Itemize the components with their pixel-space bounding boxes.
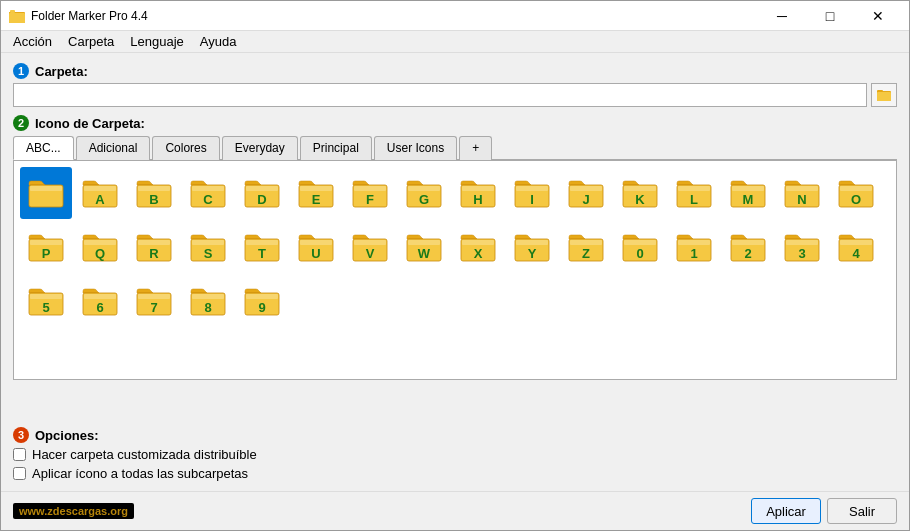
svg-text:7: 7 bbox=[150, 300, 157, 315]
folder-icon-item[interactable]: 6 bbox=[74, 275, 126, 327]
folder-icon-svg: W bbox=[405, 231, 443, 263]
svg-text:I: I bbox=[530, 192, 534, 207]
svg-rect-10 bbox=[84, 186, 116, 191]
folder-icon-item[interactable]: Z bbox=[560, 221, 612, 273]
folder-icon-item[interactable]: H bbox=[452, 167, 504, 219]
folder-icon-item[interactable]: R bbox=[128, 221, 180, 273]
folder-icon-item[interactable]: D bbox=[236, 167, 288, 219]
checkbox-distributable[interactable] bbox=[13, 448, 26, 461]
folder-icon-item[interactable]: 8 bbox=[182, 275, 234, 327]
folder-icon-item[interactable]: M bbox=[722, 167, 774, 219]
svg-rect-34 bbox=[516, 186, 548, 191]
folder-icon-item[interactable]: F bbox=[344, 167, 396, 219]
svg-rect-79 bbox=[462, 240, 494, 245]
folder-icon-svg: S bbox=[189, 231, 227, 263]
folder-icon-item[interactable]: U bbox=[290, 221, 342, 273]
folder-browse-button[interactable] bbox=[871, 83, 897, 107]
svg-text:D: D bbox=[257, 192, 266, 207]
svg-rect-109 bbox=[138, 294, 170, 299]
svg-text:O: O bbox=[851, 192, 861, 207]
folder-icon-item[interactable]: B bbox=[128, 167, 180, 219]
folder-icon-svg: 8 bbox=[189, 285, 227, 317]
folder-icon-item[interactable]: 9 bbox=[236, 275, 288, 327]
app-icon bbox=[9, 8, 25, 24]
svg-rect-85 bbox=[570, 240, 602, 245]
folder-icon-svg: E bbox=[297, 177, 335, 209]
menu-ayuda[interactable]: Ayuda bbox=[192, 32, 245, 51]
svg-text:S: S bbox=[204, 246, 213, 261]
svg-rect-88 bbox=[624, 240, 656, 245]
tab-abc[interactable]: ABC... bbox=[13, 136, 74, 160]
folder-icon-item[interactable]: Y bbox=[506, 221, 558, 273]
folder-icon-item[interactable]: W bbox=[398, 221, 450, 273]
maximize-button[interactable]: □ bbox=[807, 1, 853, 31]
folder-icon-svg: K bbox=[621, 177, 659, 209]
folder-icon-item[interactable]: I bbox=[506, 167, 558, 219]
apply-button[interactable]: Aplicar bbox=[751, 498, 821, 524]
folder-icon-item[interactable]: O bbox=[830, 167, 882, 219]
folder-icon-item[interactable]: 3 bbox=[776, 221, 828, 273]
folder-path-input[interactable] bbox=[13, 83, 867, 107]
title-bar: Folder Marker Pro 4.4 ─ □ ✕ bbox=[1, 1, 909, 31]
folder-icon-item[interactable]: 1 bbox=[668, 221, 720, 273]
folder-icon-svg: U bbox=[297, 231, 335, 263]
svg-text:Z: Z bbox=[582, 246, 590, 261]
menu-carpeta[interactable]: Carpeta bbox=[60, 32, 122, 51]
tab-colores[interactable]: Colores bbox=[152, 136, 219, 160]
checkbox-subcarpetas[interactable] bbox=[13, 467, 26, 480]
svg-text:X: X bbox=[474, 246, 483, 261]
svg-text:0: 0 bbox=[636, 246, 643, 261]
folder-input-row bbox=[13, 83, 897, 107]
folder-icon-item[interactable]: S bbox=[182, 221, 234, 273]
tab-everyday[interactable]: Everyday bbox=[222, 136, 298, 160]
folder-icon-item[interactable]: Q bbox=[74, 221, 126, 273]
folder-icon-item[interactable]: T bbox=[236, 221, 288, 273]
close-button[interactable]: ✕ bbox=[855, 1, 901, 31]
folder-icon-svg: N bbox=[783, 177, 821, 209]
folder-icon-item[interactable]: X bbox=[452, 221, 504, 273]
svg-rect-49 bbox=[786, 186, 818, 191]
tab-user-icons[interactable]: User Icons bbox=[374, 136, 457, 160]
folder-icon-item[interactable]: A bbox=[74, 167, 126, 219]
folder-icon-item[interactable]: N bbox=[776, 167, 828, 219]
folder-icon-item[interactable]: J bbox=[560, 167, 612, 219]
folder-icon-svg: J bbox=[567, 177, 605, 209]
folder-icon-item[interactable]: L bbox=[668, 167, 720, 219]
svg-rect-61 bbox=[138, 240, 170, 245]
svg-text:H: H bbox=[473, 192, 482, 207]
folder-icon-item[interactable]: V bbox=[344, 221, 396, 273]
svg-text:U: U bbox=[311, 246, 320, 261]
watermark: www.zdescargas.org bbox=[13, 503, 134, 519]
menu-accion[interactable]: Acción bbox=[5, 32, 60, 51]
folder-icon-item[interactable]: 5 bbox=[20, 275, 72, 327]
icon-section: 2 Icono de Carpeta: ABC... Adicional Col… bbox=[13, 115, 897, 419]
svg-text:K: K bbox=[635, 192, 645, 207]
folder-icon-item[interactable]: E bbox=[290, 167, 342, 219]
folder-icon-item[interactable]: K bbox=[614, 167, 666, 219]
tab-adicional[interactable]: Adicional bbox=[76, 136, 151, 160]
folder-icon-item[interactable]: C bbox=[182, 167, 234, 219]
svg-text:G: G bbox=[419, 192, 429, 207]
tab-add[interactable]: + bbox=[459, 136, 492, 160]
folder-icon-svg: X bbox=[459, 231, 497, 263]
folder-icon-svg: H bbox=[459, 177, 497, 209]
svg-text:A: A bbox=[95, 192, 105, 207]
icon-section-title: Icono de Carpeta: bbox=[35, 116, 145, 131]
footer: www.zdescargas.org Aplicar Salir bbox=[1, 491, 909, 530]
tab-principal[interactable]: Principal bbox=[300, 136, 372, 160]
exit-button[interactable]: Salir bbox=[827, 498, 897, 524]
folder-icon-item[interactable] bbox=[20, 167, 72, 219]
tabs-row: ABC... Adicional Colores Everyday Princi… bbox=[13, 135, 897, 160]
folder-icon-item[interactable]: 2 bbox=[722, 221, 774, 273]
folder-icon-item[interactable]: 4 bbox=[830, 221, 882, 273]
svg-text:2: 2 bbox=[744, 246, 751, 261]
menu-lenguaje[interactable]: Lenguaje bbox=[122, 32, 192, 51]
minimize-button[interactable]: ─ bbox=[759, 1, 805, 31]
folder-icon-item[interactable]: G bbox=[398, 167, 450, 219]
folder-icon-item[interactable]: 0 bbox=[614, 221, 666, 273]
footer-buttons: Aplicar Salir bbox=[751, 498, 897, 524]
svg-text:L: L bbox=[690, 192, 698, 207]
folder-icon-item[interactable]: P bbox=[20, 221, 72, 273]
svg-text:R: R bbox=[149, 246, 159, 261]
folder-icon-item[interactable]: 7 bbox=[128, 275, 180, 327]
